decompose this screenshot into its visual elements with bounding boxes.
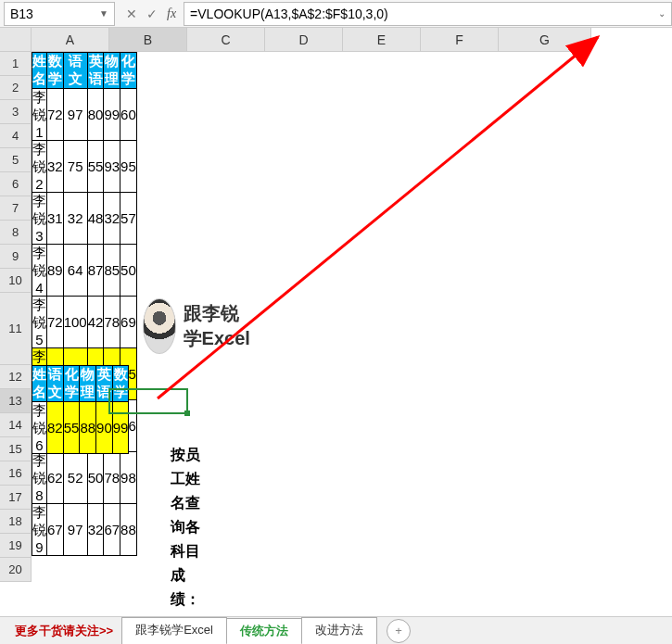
table1-cell[interactable]: 32 [87,504,104,556]
row-header-13[interactable]: 13 [0,389,32,413]
column-header-E[interactable]: E [343,28,421,52]
table2-header[interactable]: 语文 [47,366,64,402]
row-header-9[interactable]: 9 [0,245,32,269]
add-sheet-button[interactable]: + [387,619,411,643]
table1-cell[interactable]: 48 [87,193,104,245]
sheet-tab[interactable]: 跟李锐学Excel [121,617,227,644]
table2-cell[interactable]: 88 [80,402,96,454]
table1-header[interactable]: 英语 [87,53,104,89]
table1-cell[interactable]: 50 [87,452,104,504]
lookup-result-table[interactable]: 姓名语文化学物理英语数学李锐68255889099 [32,365,129,454]
table2-cell[interactable]: 55 [63,402,80,454]
formula-input[interactable]: =VLOOKUP(A13,$A$2:$F$10,3,0) ⌄ [184,2,672,26]
table1-header[interactable]: 化学 [120,53,137,89]
table2-cell[interactable]: 82 [47,402,64,454]
row-header-1[interactable]: 1 [0,52,32,76]
column-header-G[interactable]: G [499,28,591,52]
table1-cell[interactable]: 李锐9 [32,504,47,556]
table1-cell[interactable]: 98 [120,452,137,504]
source-data-table[interactable]: 姓名数学语文英语物理化学李锐17297809960李锐23275559395李锐… [32,52,137,556]
row-header-3[interactable]: 3 [0,100,32,124]
table1-cell[interactable]: 75 [63,141,87,193]
table1-cell[interactable]: 50 [120,245,137,297]
table1-cell[interactable]: 72 [47,297,64,348]
table1-cell[interactable]: 李锐4 [32,245,47,297]
table1-cell[interactable]: 李锐1 [32,89,47,141]
table1-header[interactable]: 姓名 [32,53,47,89]
fill-handle[interactable] [184,410,190,416]
table1-header[interactable]: 语文 [63,53,87,89]
table1-cell[interactable]: 55 [87,141,104,193]
column-header-D[interactable]: D [265,28,343,52]
table1-cell[interactable]: 42 [87,297,104,348]
row-header-20[interactable]: 20 [0,558,32,582]
table1-cell[interactable]: 52 [63,452,87,504]
table1-cell[interactable]: 87 [87,245,104,297]
sheet-tab[interactable]: 改进方法 [301,617,377,644]
table1-cell[interactable]: 李锐3 [32,193,47,245]
table1-cell[interactable]: 64 [63,245,87,297]
table1-cell[interactable]: 69 [120,297,137,348]
formula-expand-icon[interactable]: ⌄ [658,8,666,19]
table2-cell[interactable]: 99 [112,402,129,454]
table1-cell[interactable]: 97 [63,89,87,141]
table2-header[interactable]: 物理 [80,366,96,402]
table1-cell[interactable]: 88 [120,504,137,556]
table2-header[interactable]: 化学 [63,366,80,402]
table1-cell[interactable]: 32 [63,193,87,245]
column-header-B[interactable]: B [109,28,187,52]
row-header-14[interactable]: 14 [0,413,32,437]
name-box[interactable]: B13 ▼ [4,2,115,26]
table1-cell[interactable]: 95 [120,141,137,193]
confirm-icon[interactable]: ✓ [146,6,158,21]
table1-cell[interactable]: 57 [120,193,137,245]
table1-cell[interactable]: 80 [87,89,104,141]
column-header-F[interactable]: F [421,28,499,52]
table2-header[interactable]: 数学 [112,366,129,402]
table1-cell[interactable]: 31 [47,193,64,245]
table2-cell[interactable]: 李锐6 [32,402,47,454]
table1-cell[interactable]: 67 [104,504,120,556]
table1-cell[interactable]: 78 [104,297,120,348]
table1-header[interactable]: 数学 [47,53,64,89]
table1-cell[interactable]: 85 [104,245,120,297]
name-box-dropdown-icon[interactable]: ▼ [99,8,108,19]
row-header-10[interactable]: 10 [0,269,32,293]
row-header-19[interactable]: 19 [0,534,32,558]
table1-cell[interactable]: 62 [47,452,64,504]
row-header-4[interactable]: 4 [0,124,32,148]
table1-cell[interactable]: 李锐5 [32,297,47,348]
table2-cell[interactable]: 90 [96,402,113,454]
row-header-15[interactable]: 15 [0,437,32,461]
table1-cell[interactable]: 60 [120,89,137,141]
row-header-12[interactable]: 12 [0,365,32,389]
table1-cell[interactable]: 32 [47,141,64,193]
sheet-tab[interactable]: 传统方法 [226,618,302,644]
row-header-6[interactable]: 6 [0,172,32,196]
table1-cell[interactable]: 李锐8 [32,452,47,504]
table1-cell[interactable]: 32 [104,193,120,245]
row-header-7[interactable]: 7 [0,196,32,221]
row-header-5[interactable]: 5 [0,148,32,172]
table1-cell[interactable]: 67 [47,504,64,556]
row-header-18[interactable]: 18 [0,510,32,534]
table2-header[interactable]: 英语 [96,366,113,402]
fx-icon[interactable]: fx [167,6,176,21]
row-header-2[interactable]: 2 [0,76,32,100]
table1-header[interactable]: 物理 [104,53,120,89]
table1-cell[interactable]: 93 [104,141,120,193]
column-header-C[interactable]: C [187,28,265,52]
table1-cell[interactable]: 72 [47,89,64,141]
table2-header[interactable]: 姓名 [32,366,47,402]
table1-cell[interactable]: 89 [47,245,64,297]
table1-cell[interactable]: 李锐2 [32,141,47,193]
row-header-16[interactable]: 16 [0,461,32,486]
row-header-11[interactable]: 11 [0,293,32,365]
table1-cell[interactable]: 99 [104,89,120,141]
table1-cell[interactable]: 78 [104,452,120,504]
table1-cell[interactable]: 97 [63,504,87,556]
column-header-A[interactable]: A [32,28,109,52]
select-all-corner[interactable] [0,28,32,52]
promo-link[interactable]: 更多干货请关注>> [6,623,122,639]
row-header-17[interactable]: 17 [0,486,32,510]
